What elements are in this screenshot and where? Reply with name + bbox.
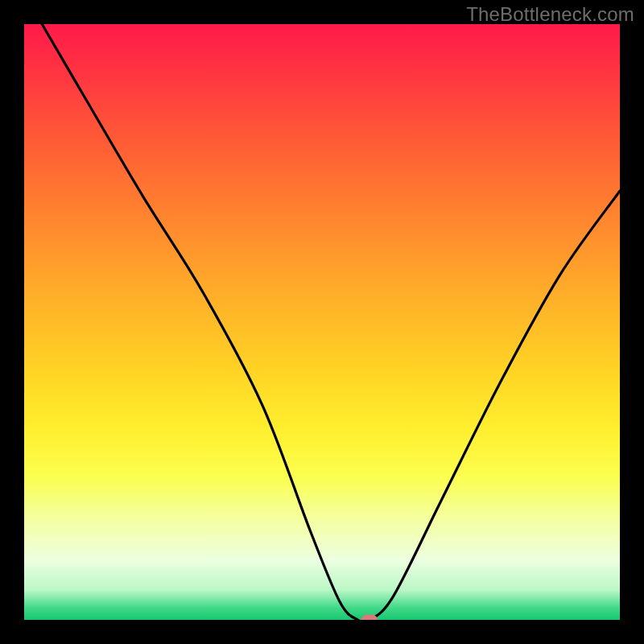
plot-area xyxy=(24,24,620,620)
chart-frame: TheBottleneck.com xyxy=(0,0,644,644)
bottleneck-marker-icon xyxy=(361,615,378,621)
line-curve xyxy=(24,24,620,620)
watermark-text: TheBottleneck.com xyxy=(466,3,634,26)
